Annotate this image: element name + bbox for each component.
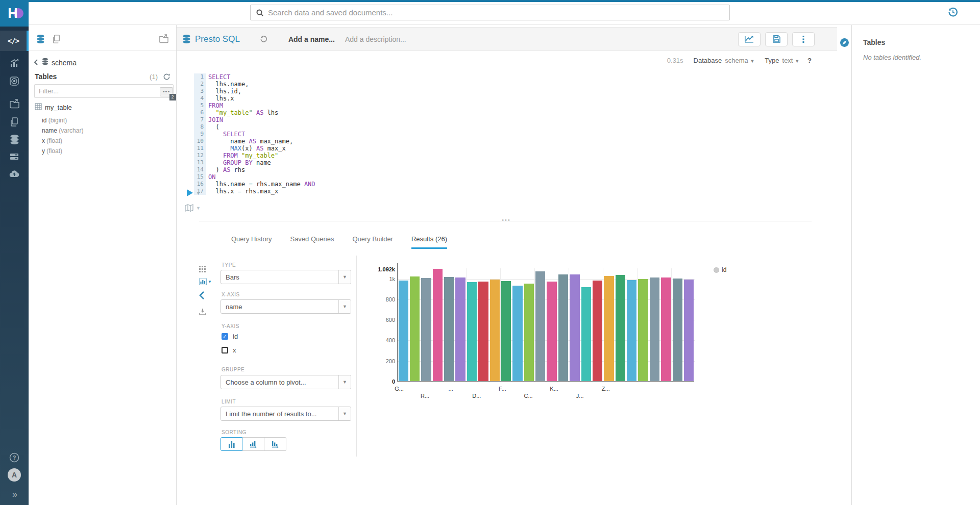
history-icon[interactable] <box>947 7 959 18</box>
column-item-y[interactable]: y (float) <box>42 146 173 156</box>
sidebar-item-documents[interactable] <box>0 94 29 113</box>
bar-23[interactable] <box>650 277 659 381</box>
chart-view-button[interactable]: ▼ <box>199 279 214 285</box>
chart-legend[interactable]: id <box>714 266 726 273</box>
sidebar-item-dashboards[interactable] <box>0 53 29 72</box>
documents-assist-icon[interactable] <box>52 34 61 44</box>
sidebar-item-scheduler[interactable] <box>0 71 29 91</box>
sidebar-item-databases[interactable] <box>0 130 29 149</box>
sidebar-item-tables[interactable] <box>0 147 29 166</box>
limit-select[interactable]: Limit the number of results to... ▼ <box>220 407 351 421</box>
yaxis-option-id[interactable]: ✓id <box>222 333 238 340</box>
results-rail: ▼ <box>199 266 214 321</box>
resize-handle[interactable]: ••• <box>491 217 522 223</box>
bar-15[interactable] <box>558 274 568 381</box>
chart-type-caret[interactable]: ▼ <box>208 280 212 284</box>
hue-logo[interactable]: H <box>0 0 29 27</box>
kebab-menu-button[interactable] <box>792 32 815 46</box>
y-tick-label: 1.092k <box>373 266 395 273</box>
group-select[interactable]: Choose a column to pivot... ▼ <box>220 375 351 389</box>
bar-22[interactable] <box>638 279 648 381</box>
bar-26[interactable] <box>684 280 694 381</box>
config-chart-divider[interactable] <box>356 256 357 457</box>
tab-query-history[interactable]: Query History <box>231 235 272 249</box>
bar-10[interactable] <box>501 281 511 381</box>
execute-button[interactable] <box>187 189 193 196</box>
line-number: 2 <box>194 81 206 88</box>
chart-xlabels: G...R......D...F...C...K...J...Z... <box>397 386 694 402</box>
yaxis-option-x[interactable]: x <box>222 346 236 354</box>
table-item-my-table[interactable]: my_table <box>35 103 173 112</box>
sort-none-button[interactable] <box>220 437 242 451</box>
bar-13[interactable] <box>535 271 545 381</box>
query-history-icon[interactable] <box>259 35 268 43</box>
help-link[interactable]: ? <box>807 57 812 64</box>
back-chevron-icon[interactable] <box>34 58 39 67</box>
execute-options-caret[interactable]: ▼ <box>196 191 201 196</box>
bar-21[interactable] <box>627 280 636 381</box>
search-input[interactable] <box>268 8 724 17</box>
bar-9[interactable] <box>490 280 500 381</box>
presentation-mode-icon[interactable] <box>185 204 193 212</box>
bar-16[interactable] <box>570 274 579 381</box>
bar-25[interactable] <box>673 279 682 381</box>
tab-saved-queries[interactable]: Saved Queries <box>290 235 334 249</box>
sort-ascending-button[interactable] <box>242 437 264 451</box>
bar-4[interactable] <box>433 269 443 381</box>
bar-1[interactable] <box>399 281 408 381</box>
checkbox-id[interactable]: ✓ <box>222 333 228 340</box>
sidebar-item-help[interactable]: ? <box>0 448 29 467</box>
bar-6[interactable] <box>455 277 465 382</box>
type-select[interactable]: text ▼ <box>782 57 800 64</box>
svg-text:?: ? <box>13 454 16 461</box>
column-item-name[interactable]: name (varchar) <box>42 125 173 136</box>
folder-icon[interactable] <box>159 34 169 44</box>
bar-2[interactable] <box>410 276 420 381</box>
bar-12[interactable] <box>524 284 534 381</box>
sql-editor[interactable]: 1234567891011121314151617 SELECT lhs.nam… <box>194 73 812 201</box>
checkbox-x[interactable] <box>222 347 228 353</box>
search-icon <box>256 9 264 17</box>
grid-view-button[interactable] <box>199 266 214 272</box>
bar-19[interactable] <box>604 276 614 381</box>
xaxis-select[interactable]: name ▼ <box>220 299 351 314</box>
refresh-icon[interactable] <box>163 73 170 81</box>
database-select[interactable]: schema ▼ <box>725 57 754 64</box>
tab-query-builder[interactable]: Query Builder <box>352 235 393 249</box>
query-description-field[interactable]: Add a description... <box>345 35 406 43</box>
query-name-field[interactable]: Add a name... <box>288 35 335 43</box>
bar-11[interactable] <box>512 286 522 381</box>
presentation-caret[interactable]: ▼ <box>196 206 201 211</box>
column-item-id[interactable]: id (bigint) <box>42 115 173 125</box>
sidebar-item-importer[interactable] <box>0 164 29 184</box>
breadcrumb-schema[interactable]: schema <box>52 59 77 67</box>
bar-8[interactable] <box>478 282 488 381</box>
bar-18[interactable] <box>593 281 602 381</box>
tab-results-26-[interactable]: Results (26) <box>411 235 447 249</box>
bar-3[interactable] <box>421 278 431 381</box>
global-search[interactable] <box>250 5 730 20</box>
bar-17[interactable] <box>581 287 591 381</box>
sql-assist-icon[interactable] <box>36 34 45 44</box>
user-avatar[interactable]: A <box>0 465 29 485</box>
help-icon: ? <box>9 452 20 463</box>
save-button[interactable] <box>765 32 788 46</box>
bar-20[interactable] <box>616 275 625 381</box>
bar-14[interactable] <box>547 282 556 381</box>
collapse-results-button[interactable] <box>199 291 214 302</box>
sidebar-expand[interactable]: » <box>0 485 29 504</box>
chart-type-select[interactable]: Bars ▼ <box>220 270 351 284</box>
bar-5[interactable] <box>444 277 454 381</box>
compass-icon[interactable] <box>840 38 849 47</box>
sidebar-item-copy[interactable] <box>0 112 29 132</box>
sort-descending-button[interactable] <box>264 437 286 451</box>
editor-queries-chip[interactable]: •••2 <box>160 87 173 96</box>
bar-24[interactable] <box>661 277 671 382</box>
chevron-down-icon: ▼ <box>750 59 754 64</box>
download-results-button[interactable] <box>199 308 214 315</box>
chart-button[interactable] <box>738 32 761 46</box>
table-filter-input[interactable] <box>34 84 174 98</box>
column-item-x[interactable]: x (float) <box>42 136 173 146</box>
sidebar-item-editor[interactable]: </> <box>0 31 29 51</box>
bar-7[interactable] <box>467 282 477 381</box>
